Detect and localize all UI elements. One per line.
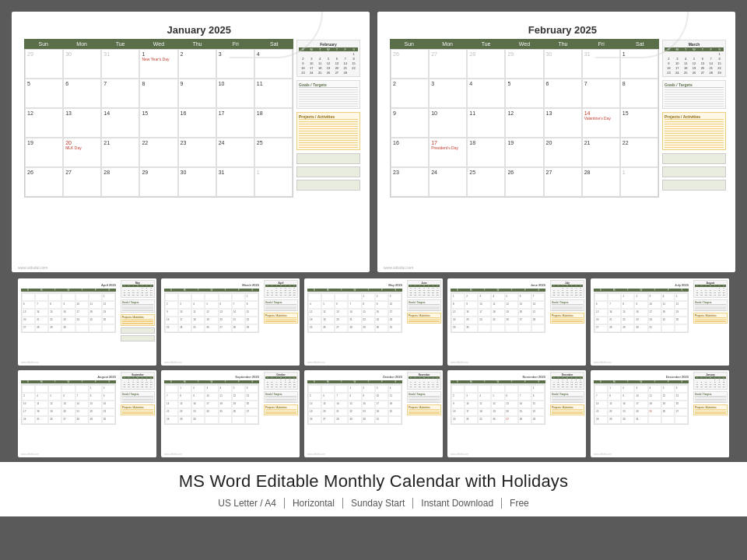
projects-lines — [299, 121, 358, 148]
thumb-watermark: www.sldsdal.com — [21, 361, 39, 364]
cal-cell: 20 — [544, 138, 582, 167]
cal-cell: 16 — [391, 138, 429, 167]
thumb-row-1: April 2025 SMTWTFS 1 6789101112 13141516… — [9, 278, 738, 366]
thumb-september: September 2025 SMTWTFS 123456 7891011121… — [161, 370, 300, 457]
cal-cell: 17 — [216, 108, 254, 138]
cal-cell: 7 — [582, 79, 620, 108]
thumb-may: May 2025 SMTWTFS 123 45678910 1112131415… — [304, 278, 443, 366]
cal-cell: 21 — [101, 138, 139, 167]
thumb-july: July 2025 SMTWTFS 12345 6789101112 13141… — [591, 278, 729, 366]
cal-cell: 24 — [429, 167, 467, 197]
product-meta: US Letter / A4 Horizontal Sunday Start I… — [16, 498, 731, 509]
thumbnail-grid: April 2025 SMTWTFS 1 6789101112 13141516… — [0, 278, 747, 462]
cal-cell: 8 — [139, 79, 177, 108]
cal-cell: 22 — [139, 138, 177, 167]
cal-cell: 23 — [391, 167, 429, 197]
jan-grid: 29 30 31 1New Year's Day 2 3 4 5 6 7 8 9… — [24, 49, 293, 198]
february-preview: February 2025 Sun Mon Tue Wed Thu Fri Sa… — [377, 12, 735, 272]
cal-cell: 6 — [63, 79, 101, 108]
thumb-april: April 2025 SMTWTFS 1 6789101112 13141516… — [18, 278, 156, 366]
watermark: www.sldsdal.com — [384, 265, 413, 270]
cal-cell: 18 — [467, 138, 505, 167]
cal-cell: 30 — [178, 167, 216, 197]
color-blocks — [296, 153, 360, 191]
meta-download: Instant Download — [413, 498, 502, 509]
goals-title: Goals / Targets — [299, 82, 358, 88]
projects-section-feb: Projects / Activities — [662, 112, 726, 150]
cal-cell: 26 — [25, 167, 63, 197]
cal-cell: 14Valentine's Day — [582, 108, 620, 138]
cal-cell: 13 — [63, 108, 101, 138]
cal-cell: 30 — [63, 49, 101, 79]
meta-price: Free — [502, 498, 537, 509]
cal-cell: 12 — [505, 108, 543, 138]
thumb-november: November 2025 SMTWTFS 1 2345678 91011121… — [447, 370, 586, 457]
cal-cell: 28 — [101, 167, 139, 197]
thumb-october: October 2025 SMTWTFS 1234 567891011 1213… — [304, 370, 443, 457]
cal-cell: 16 — [178, 108, 216, 138]
cal-cell: 14 — [101, 108, 139, 138]
cal-cell: 19 — [505, 138, 543, 167]
cal-cell: 4 — [254, 49, 293, 79]
meta-orientation: Horizontal — [285, 498, 343, 509]
thumb-december: December 2025 SMTWTFS 123456 78910111213… — [591, 370, 729, 457]
cal-cell: 10 — [216, 79, 254, 108]
thumb-watermark: www.sldsdal.com — [307, 453, 325, 456]
thumb-watermark: www.sldsdal.com — [451, 361, 468, 364]
cal-cell: 29 — [505, 49, 543, 79]
projects-section: Projects / Activities — [296, 112, 360, 150]
cal-cell: 1 — [254, 167, 293, 197]
cal-cell: 31 — [582, 49, 620, 79]
cal-cell: 11 — [254, 79, 293, 108]
meta-size: US Letter / A4 — [210, 498, 285, 509]
cal-cell: 9 — [178, 79, 216, 108]
product-info: MS Word Editable Monthly Calendar with H… — [0, 462, 747, 516]
cal-cell: 15 — [139, 108, 177, 138]
cal-cell: 29 — [139, 167, 177, 197]
cal-cell: 30 — [544, 49, 582, 79]
meta-start-day: Sunday Start — [343, 498, 413, 509]
cal-cell: 1New Year's Day — [139, 49, 177, 79]
goals-section-feb: Goals / Targets — [662, 80, 726, 109]
cal-cell: 28 — [467, 49, 505, 79]
cal-cell: 22 — [620, 138, 658, 167]
cal-cell: 6 — [544, 79, 582, 108]
thumb-june: June 2025 SMTWTFS 1234567 891011121314 1… — [447, 278, 586, 366]
projects-title: Projects / Activities — [299, 114, 358, 120]
cal-cell: 7 — [101, 79, 139, 108]
cal-cell: 27 — [63, 167, 101, 197]
cal-cell: 2 — [391, 79, 429, 108]
cal-cell: 8 — [620, 79, 658, 108]
product-title: MS Word Editable Monthly Calendar with H… — [16, 471, 731, 492]
goals-section: Goals / Targets — [296, 80, 360, 109]
cal-cell: 24 — [216, 138, 254, 167]
thumb-watermark: www.sldsdal.com — [594, 453, 612, 456]
cal-cell: 15 — [620, 108, 658, 138]
cal-cell: 19 — [25, 138, 63, 167]
cal-cell: 20MLK Day — [63, 138, 101, 167]
thumb-watermark: www.sldsdal.com — [307, 361, 325, 364]
thumb-march: March 2025 SMTWTFS 1 2345678 91011121314… — [161, 278, 300, 366]
goals-title-feb: Goals / Targets — [665, 82, 724, 88]
cal-cell: 12 — [25, 108, 63, 138]
cal-cell: 18 — [254, 108, 293, 138]
thumb-watermark: www.sldsdal.com — [21, 453, 39, 456]
goals-lines — [299, 89, 358, 107]
cal-cell: 25 — [254, 138, 293, 167]
thumb-august: August 2025 SMTWTFS 12 3456789 101112131… — [18, 370, 156, 457]
cal-cell: 3 — [429, 79, 467, 108]
cal-cell: 29 — [25, 49, 63, 79]
cal-cell: 23 — [178, 138, 216, 167]
cal-cell: 21 — [582, 138, 620, 167]
top-previews-row: January 2025 Sun Mon Tue Wed Thu Fri Sat… — [0, 0, 747, 278]
feb-grid: 26 27 28 29 30 31 1 2 3 4 5 6 7 — [390, 49, 659, 198]
cal-cell: 9 — [391, 108, 429, 138]
cal-cell: 17President's Day — [429, 138, 467, 167]
projects-title-feb: Projects / Activities — [665, 114, 724, 120]
cal-cell: 25 — [467, 167, 505, 197]
cal-cell: 10 — [429, 108, 467, 138]
thumb-watermark: www.sldsdal.com — [451, 453, 468, 456]
cal-cell: 11 — [467, 108, 505, 138]
cal-cell: 28 — [582, 167, 620, 197]
cal-cell: 5 — [25, 79, 63, 108]
